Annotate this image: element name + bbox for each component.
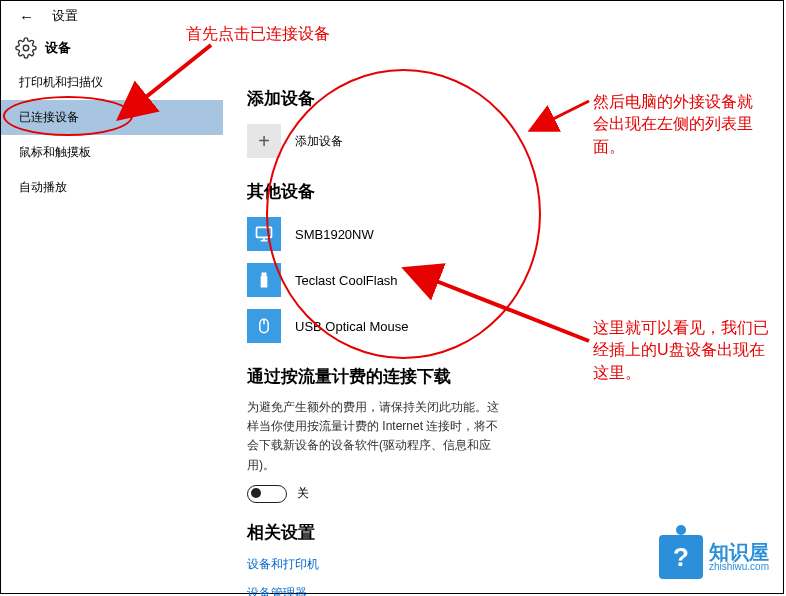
gear-icon <box>15 37 37 59</box>
annotation-ellipse-content <box>266 69 541 359</box>
svg-rect-3 <box>262 273 267 276</box>
back-arrow-icon[interactable]: ← <box>19 8 34 25</box>
watermark-name: 知识屋 <box>709 542 769 562</box>
mouse-icon <box>247 309 281 343</box>
metered-toggle[interactable] <box>247 485 287 503</box>
annotation-ellipse-sidebar <box>3 96 133 136</box>
svg-rect-4 <box>261 276 268 288</box>
toggle-state-label: 关 <box>297 485 309 502</box>
sidebar-item-mouse[interactable]: 鼠标和触摸板 <box>1 135 223 170</box>
watermark-badge-icon: ? <box>659 535 703 579</box>
settings-title: 设置 <box>52 7 78 25</box>
watermark-url: zhishiwu.com <box>709 562 769 572</box>
settings-header: ← 设置 <box>1 1 783 31</box>
plus-icon: + <box>247 124 281 158</box>
metered-description: 为避免产生额外的费用，请保持关闭此功能。这样当你使用按流量计费的 Interne… <box>247 398 507 475</box>
annotation-right2: 这里就可以看见，我们已经插上的U盘设备出现在这里。 <box>593 317 773 384</box>
sidebar-item-printers[interactable]: 打印机和扫描仪 <box>1 65 223 100</box>
device-page-header: 设备 <box>1 31 783 65</box>
sidebar: 打印机和扫描仪 已连接设备 鼠标和触摸板 自动播放 <box>1 65 223 592</box>
annotation-top: 首先点击已连接设备 <box>186 23 330 45</box>
sidebar-item-autoplay[interactable]: 自动播放 <box>1 170 223 205</box>
annotation-right1: 然后电脑的外接设备就会出现在左侧的列表里面。 <box>593 91 763 158</box>
device-title: 设备 <box>45 39 71 57</box>
watermark: ? 知识屋 zhishiwu.com <box>659 535 769 579</box>
link-device-manager[interactable]: 设备管理器 <box>247 585 759 596</box>
